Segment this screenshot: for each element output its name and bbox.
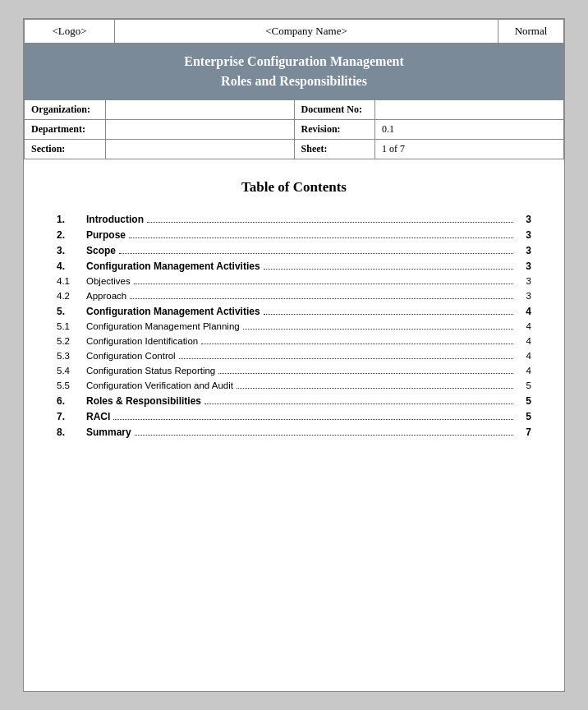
normal-text: Normal	[515, 25, 548, 37]
toc-item-num: 5.1	[57, 321, 86, 331]
dept-value	[106, 120, 294, 140]
title-line1: Enterprise Configuration Management Role…	[41, 52, 547, 91]
toc-dots	[179, 358, 513, 359]
toc-item-num: 5.4	[57, 366, 86, 376]
toc-item: 3.Scope3	[57, 245, 531, 256]
logo-text: <Logo>	[52, 25, 86, 37]
toc-item-page: 4	[517, 336, 531, 346]
toc-item-page: 4	[517, 351, 531, 361]
toc-item-label: Configuration Management Planning	[86, 321, 240, 331]
toc-item-page: 3	[517, 291, 531, 301]
company-name: <Company Name>	[265, 25, 347, 37]
toc-item-label: Purpose	[86, 229, 126, 241]
toc-item-label: Configuration Identification	[86, 336, 198, 346]
toc-item: 2.Purpose3	[57, 229, 531, 241]
toc-item-label: Objectives	[86, 276, 131, 286]
toc-dots	[264, 269, 513, 270]
toc-dots	[134, 284, 513, 284]
toc-item-num: 5.	[57, 306, 86, 317]
toc-dots	[204, 403, 513, 404]
toc-item-num: 5.3	[57, 351, 86, 361]
toc-item-num: 4.2	[57, 291, 86, 301]
toc-item-label: Configuration Status Reporting	[86, 366, 215, 376]
logo-cell: <Logo>	[25, 20, 115, 44]
toc-list: 1.Introduction32.Purpose33.Scope34.Confi…	[57, 214, 531, 438]
toc-item-num: 1.	[57, 214, 86, 225]
toc-item-label: Configuration Control	[86, 351, 176, 361]
toc-item-num: 5.5	[57, 380, 86, 390]
toc-item-label: Roles & Responsibilities	[86, 395, 201, 407]
toc-item: 5.1Configuration Management Planning4	[57, 321, 531, 332]
toc-item-num: 4.	[57, 260, 86, 272]
sheet-label: Sheet:	[294, 140, 375, 159]
toc-item-num: 7.	[57, 411, 86, 422]
toc-dots	[113, 419, 513, 420]
org-label: Organization:	[25, 100, 106, 120]
toc-dots	[119, 253, 513, 254]
toc-item-page: 4	[517, 366, 531, 376]
toc-item: 5.5Configuration Verification and Audit5	[57, 380, 531, 391]
normal-cell: Normal	[498, 20, 564, 44]
toc-item-num: 4.1	[57, 276, 86, 286]
doc-no-label: Document No:	[294, 100, 375, 120]
toc-item-page: 3	[517, 245, 531, 256]
toc-item-page: 3	[517, 260, 531, 272]
dept-label: Department:	[25, 120, 106, 140]
toc-item: 5.Configuration Management Activities4	[57, 306, 531, 317]
toc-item: 5.3Configuration Control4	[57, 351, 531, 362]
toc-item: 1.Introduction3	[57, 214, 531, 225]
toc-item-num: 5.2	[57, 336, 86, 346]
toc-dots	[237, 388, 513, 389]
toc-dots	[130, 298, 513, 299]
toc-item-num: 8.	[57, 426, 86, 438]
toc-item-page: 4	[517, 321, 531, 331]
toc-item-num: 2.	[57, 229, 86, 241]
toc-item-label: RACI	[86, 411, 110, 422]
toc-item: 7.RACI5	[57, 411, 531, 422]
toc-item: 4.Configuration Management Activities3	[57, 260, 531, 272]
toc-item-num: 3.	[57, 245, 86, 256]
header-table: <Logo> <Company Name> Normal	[24, 19, 564, 44]
toc-dots	[135, 435, 513, 436]
toc-item-page: 3	[517, 229, 531, 241]
toc-dots	[264, 314, 513, 315]
toc-item-label: Configuration Verification and Audit	[86, 380, 233, 390]
section-label: Section:	[25, 140, 106, 159]
toc-item-page: 5	[517, 380, 531, 390]
revision-value: 0.1	[375, 120, 564, 140]
doc-no-value	[375, 100, 564, 120]
toc-dots	[201, 343, 513, 344]
toc-item-page: 4	[517, 306, 531, 317]
toc-item-page: 3	[517, 214, 531, 225]
toc-item: 4.1Objectives3	[57, 276, 531, 287]
document-page: <Logo> <Company Name> Normal Enterprise …	[23, 18, 565, 692]
toc-item-page: 5	[517, 395, 531, 407]
toc-dots	[147, 222, 513, 223]
toc-item-page: 7	[517, 426, 531, 438]
toc-item-page: 3	[517, 276, 531, 286]
toc-item-label: Configuration Management Activities	[86, 306, 260, 317]
company-cell: <Company Name>	[115, 20, 498, 44]
toc-item-page: 5	[517, 411, 531, 422]
toc-dots	[243, 329, 513, 330]
toc-title: Table of Contents	[57, 179, 531, 196]
toc-item: 8.Summary7	[57, 426, 531, 438]
toc-item-label: Approach	[86, 291, 126, 301]
toc-item: 4.2Approach3	[57, 291, 531, 302]
toc-item-label: Introduction	[86, 214, 144, 225]
section-value	[106, 140, 294, 159]
revision-label: Revision:	[294, 120, 375, 140]
toc-item: 5.4Configuration Status Reporting4	[57, 366, 531, 376]
toc-item-label: Summary	[86, 426, 131, 438]
info-table: Organization: Document No: Department: R…	[24, 99, 564, 159]
toc-item-num: 6.	[57, 395, 86, 407]
toc-item-label: Scope	[86, 245, 116, 256]
title-banner: Enterprise Configuration Management Role…	[24, 44, 564, 99]
toc-item: 6.Roles & Responsibilities5	[57, 395, 531, 407]
sheet-value: 1 of 7	[375, 140, 564, 159]
toc-dots	[129, 237, 513, 238]
toc-dots	[218, 373, 513, 374]
toc-item: 5.2Configuration Identification4	[57, 336, 531, 347]
toc-item-label: Configuration Management Activities	[86, 260, 260, 272]
org-value	[106, 100, 294, 120]
